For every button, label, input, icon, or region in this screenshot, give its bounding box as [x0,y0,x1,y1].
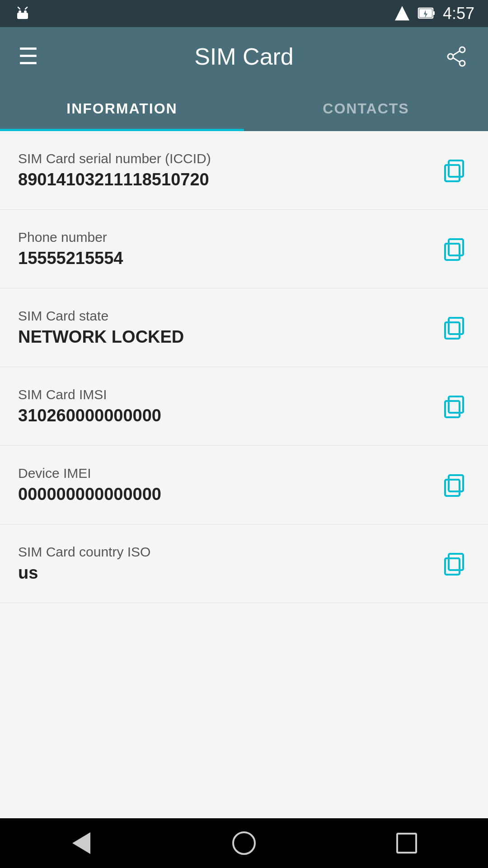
svg-point-13 [460,61,465,66]
list-item: Device IMEI 000000000000000 [0,446,488,524]
share-button[interactable] [443,45,470,68]
iso-text: SIM Card country ISO us [18,544,438,583]
list-item: SIM Card country ISO us [0,524,488,603]
svg-rect-18 [449,160,463,177]
phone-label: Phone number [18,230,438,245]
svg-marker-6 [396,7,408,20]
svg-line-15 [453,51,460,55]
iccid-value: 89014103211118510720 [18,170,438,189]
app-title: SIM Card [45,43,443,70]
copy-icon [442,316,466,340]
tab-contacts[interactable]: CONTACTS [244,86,488,131]
copy-icon [442,159,466,182]
phone-text: Phone number 15555215554 [18,230,438,268]
back-button[interactable] [63,825,99,861]
home-icon [232,831,256,855]
recents-button[interactable] [389,825,425,861]
imsi-value: 310260000000000 [18,406,438,425]
copy-state-button[interactable] [438,312,470,344]
phone-value: 15555215554 [18,249,438,268]
share-icon [445,45,468,68]
iso-value: us [18,563,438,583]
copy-icon [442,395,466,418]
status-bar-left [14,5,32,23]
svg-rect-20 [449,239,463,255]
svg-rect-24 [449,396,463,413]
imei-value: 000000000000000 [18,485,438,504]
android-icon [14,5,32,23]
copy-icon [442,473,466,497]
copy-icon [442,552,466,576]
svg-rect-21 [445,322,460,339]
tab-information[interactable]: INFORMATION [0,86,244,131]
svg-line-16 [453,58,460,62]
svg-rect-23 [445,401,460,417]
status-bar: 4:57 [0,0,488,27]
list-item: Phone number 15555215554 [0,210,488,288]
svg-rect-19 [445,244,460,260]
svg-rect-2 [17,13,28,19]
svg-point-12 [460,47,465,52]
menu-button[interactable]: ☰ [18,43,45,70]
svg-point-14 [448,54,453,59]
home-button[interactable] [226,825,262,861]
iso-label: SIM Card country ISO [18,544,438,560]
list-item: SIM Card state NETWORK LOCKED [0,288,488,367]
svg-line-4 [25,7,27,9]
state-value: NETWORK LOCKED [18,327,438,347]
svg-line-3 [18,7,20,9]
app-bar: ☰ SIM Card [0,27,488,86]
copy-imei-button[interactable] [438,469,470,501]
back-icon [72,832,90,854]
svg-rect-26 [449,475,463,491]
imsi-text: SIM Card IMSI 310260000000000 [18,387,438,425]
tab-contacts-label: CONTACTS [323,100,409,117]
state-label: SIM Card state [18,308,438,324]
imei-label: Device IMEI [18,466,438,481]
tabs: INFORMATION CONTACTS [0,86,488,131]
recents-icon [396,833,417,854]
svg-rect-28 [449,554,463,570]
iccid-text: SIM Card serial number (ICCID) 890141032… [18,151,438,189]
svg-rect-9 [433,11,435,15]
copy-iccid-button[interactable] [438,155,470,186]
copy-iso-button[interactable] [438,548,470,580]
iccid-label: SIM Card serial number (ICCID) [18,151,438,166]
copy-imsi-button[interactable] [438,391,470,422]
list-item: SIM Card serial number (ICCID) 890141032… [0,131,488,210]
bottom-nav [0,818,488,868]
status-icons: 4:57 [394,4,474,23]
content-area: SIM Card serial number (ICCID) 890141032… [0,131,488,818]
battery-icon [418,5,436,22]
list-item: SIM Card IMSI 310260000000000 [0,367,488,446]
copy-phone-button[interactable] [438,233,470,265]
svg-rect-27 [445,558,460,575]
svg-rect-17 [445,165,460,181]
svg-rect-25 [445,480,460,496]
tab-information-label: INFORMATION [66,100,177,117]
imsi-label: SIM Card IMSI [18,387,438,402]
imei-text: Device IMEI 000000000000000 [18,466,438,504]
state-text: SIM Card state NETWORK LOCKED [18,308,438,347]
svg-rect-22 [449,318,463,334]
status-time: 4:57 [443,4,474,23]
copy-icon [442,237,466,261]
signal-icon [394,5,410,22]
